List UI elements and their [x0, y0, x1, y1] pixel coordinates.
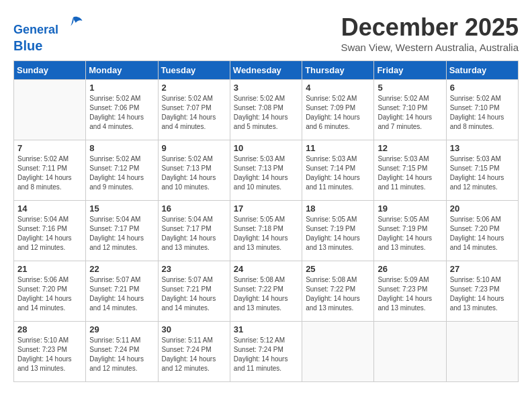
title-section: December 2025 Swan View, Western Austral…	[341, 13, 519, 53]
day-info: Sunrise: 5:02 AMSunset: 7:06 PMDaylight:…	[89, 94, 154, 132]
logo-blue: Blue	[13, 38, 42, 53]
calendar-table: SundayMondayTuesdayWednesdayThursdayFrid…	[13, 60, 519, 382]
day-info: Sunrise: 5:02 AMSunset: 7:10 PMDaylight:…	[450, 94, 515, 132]
day-number: 3	[234, 83, 298, 93]
day-number: 21	[17, 264, 82, 274]
day-header-sunday: Sunday	[14, 61, 86, 80]
day-number: 30	[162, 324, 226, 334]
day-info: Sunrise: 5:03 AMSunset: 7:13 PMDaylight:…	[234, 154, 298, 192]
day-number: 18	[306, 203, 370, 214]
calendar-cell: 30Sunrise: 5:11 AMSunset: 7:24 PMDayligh…	[158, 322, 230, 382]
day-number: 4	[306, 83, 370, 93]
calendar-week-5: 28Sunrise: 5:10 AMSunset: 7:23 PMDayligh…	[14, 322, 519, 382]
day-number: 19	[378, 203, 442, 214]
day-info: Sunrise: 5:02 AMSunset: 7:11 PMDaylight:…	[17, 154, 82, 192]
day-header-wednesday: Wednesday	[230, 61, 302, 80]
calendar-cell: 17Sunrise: 5:05 AMSunset: 7:18 PMDayligh…	[230, 201, 302, 261]
day-number: 12	[378, 143, 442, 153]
logo-bird-icon	[63, 13, 83, 34]
day-info: Sunrise: 5:10 AMSunset: 7:23 PMDaylight:…	[17, 336, 82, 373]
day-info: Sunrise: 5:08 AMSunset: 7:22 PMDaylight:…	[306, 275, 370, 313]
calendar-cell: 8Sunrise: 5:02 AMSunset: 7:12 PMDaylight…	[86, 140, 158, 201]
day-info: Sunrise: 5:11 AMSunset: 7:24 PMDaylight:…	[89, 336, 154, 373]
month-title: December 2025	[341, 13, 519, 42]
calendar-cell	[446, 322, 518, 382]
day-info: Sunrise: 5:03 AMSunset: 7:15 PMDaylight:…	[378, 154, 442, 192]
calendar-cell: 22Sunrise: 5:07 AMSunset: 7:21 PMDayligh…	[86, 261, 158, 322]
day-info: Sunrise: 5:07 AMSunset: 7:21 PMDaylight:…	[162, 275, 226, 313]
day-number: 10	[234, 143, 298, 153]
calendar-cell: 26Sunrise: 5:09 AMSunset: 7:23 PMDayligh…	[374, 261, 446, 322]
calendar-cell: 27Sunrise: 5:10 AMSunset: 7:23 PMDayligh…	[446, 261, 518, 322]
day-header-tuesday: Tuesday	[158, 61, 230, 80]
logo: General Blue	[13, 13, 83, 54]
day-number: 17	[234, 203, 298, 214]
day-info: Sunrise: 5:05 AMSunset: 7:19 PMDaylight:…	[378, 215, 442, 253]
day-info: Sunrise: 5:02 AMSunset: 7:07 PMDaylight:…	[162, 94, 226, 132]
day-info: Sunrise: 5:02 AMSunset: 7:13 PMDaylight:…	[162, 154, 226, 192]
day-number: 9	[162, 143, 226, 153]
day-info: Sunrise: 5:04 AMSunset: 7:17 PMDaylight:…	[89, 215, 154, 253]
calendar-cell: 2Sunrise: 5:02 AMSunset: 7:07 PMDaylight…	[158, 80, 230, 140]
day-number: 15	[89, 203, 154, 214]
calendar-cell: 16Sunrise: 5:04 AMSunset: 7:17 PMDayligh…	[158, 201, 230, 261]
day-number: 1	[89, 83, 154, 93]
day-info: Sunrise: 5:03 AMSunset: 7:15 PMDaylight:…	[450, 154, 515, 192]
calendar-week-3: 14Sunrise: 5:04 AMSunset: 7:16 PMDayligh…	[14, 201, 519, 261]
calendar-cell: 1Sunrise: 5:02 AMSunset: 7:06 PMDaylight…	[86, 80, 158, 140]
calendar-week-2: 7Sunrise: 5:02 AMSunset: 7:11 PMDaylight…	[14, 140, 519, 201]
calendar-header-row: SundayMondayTuesdayWednesdayThursdayFrid…	[14, 61, 519, 80]
day-number: 24	[234, 264, 298, 274]
day-number: 11	[306, 143, 370, 153]
day-info: Sunrise: 5:02 AMSunset: 7:10 PMDaylight:…	[378, 94, 442, 132]
calendar-cell: 12Sunrise: 5:03 AMSunset: 7:15 PMDayligh…	[374, 140, 446, 201]
calendar-cell: 28Sunrise: 5:10 AMSunset: 7:23 PMDayligh…	[14, 322, 86, 382]
day-number: 22	[89, 264, 154, 274]
day-number: 7	[17, 143, 82, 153]
day-number: 2	[162, 83, 226, 93]
day-info: Sunrise: 5:06 AMSunset: 7:20 PMDaylight:…	[17, 275, 82, 313]
calendar-cell: 14Sunrise: 5:04 AMSunset: 7:16 PMDayligh…	[14, 201, 86, 261]
calendar-cell	[374, 322, 446, 382]
day-number: 8	[89, 143, 154, 153]
day-info: Sunrise: 5:12 AMSunset: 7:24 PMDaylight:…	[234, 336, 298, 373]
day-number: 5	[378, 83, 442, 93]
page-header: General Blue December 2025 Swan View, We…	[13, 13, 519, 54]
day-number: 14	[17, 203, 82, 214]
calendar-cell: 29Sunrise: 5:11 AMSunset: 7:24 PMDayligh…	[86, 322, 158, 382]
day-header-monday: Monday	[86, 61, 158, 80]
day-number: 23	[162, 264, 226, 274]
day-info: Sunrise: 5:04 AMSunset: 7:16 PMDaylight:…	[17, 215, 82, 253]
calendar-cell: 3Sunrise: 5:02 AMSunset: 7:08 PMDaylight…	[230, 80, 302, 140]
calendar-cell: 19Sunrise: 5:05 AMSunset: 7:19 PMDayligh…	[374, 201, 446, 261]
day-number: 29	[89, 324, 154, 334]
day-info: Sunrise: 5:02 AMSunset: 7:08 PMDaylight:…	[234, 94, 298, 132]
calendar-cell: 21Sunrise: 5:06 AMSunset: 7:20 PMDayligh…	[14, 261, 86, 322]
day-header-friday: Friday	[374, 61, 446, 80]
day-info: Sunrise: 5:05 AMSunset: 7:18 PMDaylight:…	[234, 215, 298, 253]
day-number: 25	[306, 264, 370, 274]
day-number: 31	[234, 324, 298, 334]
calendar-cell	[302, 322, 374, 382]
calendar-cell: 13Sunrise: 5:03 AMSunset: 7:15 PMDayligh…	[446, 140, 518, 201]
calendar-cell: 23Sunrise: 5:07 AMSunset: 7:21 PMDayligh…	[158, 261, 230, 322]
calendar-cell: 10Sunrise: 5:03 AMSunset: 7:13 PMDayligh…	[230, 140, 302, 201]
calendar-cell: 24Sunrise: 5:08 AMSunset: 7:22 PMDayligh…	[230, 261, 302, 322]
day-info: Sunrise: 5:02 AMSunset: 7:12 PMDaylight:…	[89, 154, 154, 192]
logo-general: General	[13, 23, 58, 36]
day-info: Sunrise: 5:08 AMSunset: 7:22 PMDaylight:…	[234, 275, 298, 313]
day-info: Sunrise: 5:10 AMSunset: 7:23 PMDaylight:…	[450, 275, 515, 313]
day-header-thursday: Thursday	[302, 61, 374, 80]
day-info: Sunrise: 5:09 AMSunset: 7:23 PMDaylight:…	[378, 275, 442, 313]
calendar-cell: 9Sunrise: 5:02 AMSunset: 7:13 PMDaylight…	[158, 140, 230, 201]
calendar-cell: 20Sunrise: 5:06 AMSunset: 7:20 PMDayligh…	[446, 201, 518, 261]
day-number: 27	[450, 264, 515, 274]
day-number: 20	[450, 203, 515, 214]
calendar-cell	[14, 80, 86, 140]
day-info: Sunrise: 5:07 AMSunset: 7:21 PMDaylight:…	[89, 275, 154, 313]
day-info: Sunrise: 5:03 AMSunset: 7:14 PMDaylight:…	[306, 154, 370, 192]
day-number: 26	[378, 264, 442, 274]
calendar-cell: 6Sunrise: 5:02 AMSunset: 7:10 PMDaylight…	[446, 80, 518, 140]
day-info: Sunrise: 5:06 AMSunset: 7:20 PMDaylight:…	[450, 215, 515, 253]
location-title: Swan View, Western Australia, Australia	[341, 42, 519, 53]
